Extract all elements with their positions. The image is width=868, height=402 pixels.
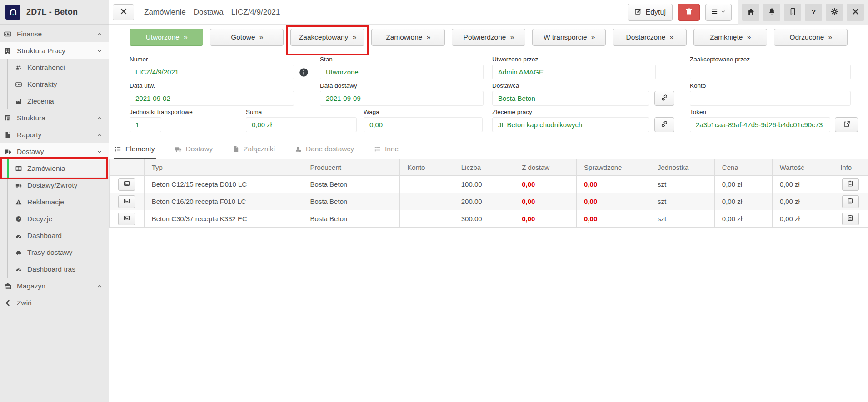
workflow-button-odrzucone[interactable]: Odrzucone» [774,29,848,46]
tab-inne[interactable]: Inne [373,141,399,159]
edit-button[interactable]: Edytuj [628,4,673,21]
sidebar-item-magazyn[interactable]: Magazyn [0,278,109,294]
field-dostawca-value[interactable]: Bosta Beton [492,91,649,106]
field-suma-label: Suma [246,109,357,115]
link-icon [661,94,668,103]
close-view-button[interactable] [113,4,134,20]
workflow-button-potwierdzone[interactable]: Potwierdzone» [452,29,525,46]
tab-dane-dostawcy[interactable]: Dane dostawcy [294,141,355,159]
tab-dostawy[interactable]: Dostawy [174,141,214,159]
sidebar-item-zwio[interactable]: Zwiń [0,294,109,311]
workflow-button-gotowe[interactable]: Gotowe» [210,29,284,46]
table-row[interactable]: Beton C30/37 recepta K332 ECBosta Beton3… [110,210,868,228]
delete-button[interactable] [678,4,700,21]
sidebar-item-trasy-dostawy[interactable]: Trasy dostawy [0,244,109,261]
content-empty-area [109,228,868,402]
sidebar-item-kontrakty[interactable]: Kontrakty [0,76,109,93]
sidebar-item-dostawy-zwroty[interactable]: Dostawy/Zwroty [0,177,109,194]
app-logo-icon[interactable] [5,5,20,20]
sidebar-item-struktura[interactable]: Struktura [0,109,109,126]
field-jednostki-label: Jednostki transportowe [130,109,161,115]
cell-image [110,193,145,210]
cell-liczba: 200.00 [454,193,514,210]
sidebar-item-decyzje[interactable]: ?Decyzje [0,210,109,227]
zlecenie-link-button[interactable] [654,117,674,132]
field-token-value[interactable]: 2a3b1caa-89af-47d5-9d26-b4dc01c90c73 [690,117,830,132]
sidebar-item-label: Decyzje [27,215,52,223]
row-image-button[interactable] [118,195,135,208]
token-open-button[interactable] [835,117,858,132]
field-zlecenie-value[interactable]: JL Beton kap chodnikowych [492,117,649,132]
field-numer-value[interactable]: LICZ/4/9/2021 [130,65,294,79]
table-row[interactable]: Beton C16/20 recepta F010 LCBosta Beton2… [110,193,868,210]
field-waga-value[interactable]: 0,00 [364,117,483,132]
field-data-utw-text: 2021-09-02 [135,94,170,102]
field-jednostki-value[interactable]: 1 [130,117,161,132]
sidebar-item-dostawy[interactable]: Dostawy [0,143,109,160]
field-zaakceptowane-przez-value[interactable] [690,65,851,79]
row-image-button[interactable] [118,213,135,225]
row-info-button[interactable] [842,178,859,191]
gear-tool-button[interactable] [826,4,843,21]
sidebar-item-dashboard[interactable]: Dashboard [0,227,109,244]
field-data-dostawy-value[interactable]: 2021-09-09 [320,91,484,106]
workflow-button-w-transporcie[interactable]: W transporcie» [532,29,606,46]
warehouse-icon [3,283,12,290]
chevron-up-icon [97,115,102,121]
sidebar-item-kontrahenci[interactable]: Kontrahenci [0,59,109,76]
row-info-button[interactable] [842,195,859,208]
sidebar-item-label: Zamówienia [27,164,65,173]
sidebar-item-label: Struktura [17,114,45,122]
row-image-button[interactable] [118,178,135,191]
sidebar-item-label: Dostawy/Zwroty [27,181,77,189]
tab-elementy[interactable]: Elementy [114,141,156,159]
field-konto-value[interactable] [690,91,851,106]
mobile-tool-button[interactable] [784,4,801,21]
dostawca-link-button[interactable] [654,91,674,106]
field-stan-value[interactable]: Utworzone [320,65,484,79]
close-tool-button[interactable] [847,4,864,21]
tab-label: Dane dostawcy [306,145,354,153]
column-header-producent: Producent [303,159,400,176]
field-zaakceptowane-przez: Zaakceptowane przez [690,56,851,79]
field-utworzone-przez-value[interactable]: Admin AMAGE [492,65,656,79]
list-icon [374,146,381,153]
close-icon [120,8,127,16]
workflow-button-zamkniete[interactable]: Zamknięte» [693,29,767,46]
workflow-button-zaakceptowany[interactable]: Zaakceptowany» [290,29,364,46]
sidebar-item-struktura-pracy[interactable]: Struktura Pracy [0,42,109,59]
row-info-button[interactable] [842,213,859,225]
table-row[interactable]: Beton C12/15 recepta D010 LCBosta Beton1… [110,176,868,193]
sidebar-item-reklamacje[interactable]: Reklamacje [0,194,109,210]
cell-sprawdzone: 0,00 [577,193,650,210]
breadcrumb-item-dostawa[interactable]: Dostawa [194,8,224,17]
users-icon [15,64,22,71]
field-data-utw-value[interactable]: 2021-09-02 [130,91,294,106]
workflow-button-dostarczone[interactable]: Dostarczone» [613,29,686,46]
sidebar-item-raporty[interactable]: Raporty [0,126,109,143]
breadcrumb-item-zamowienie[interactable]: Zamówienie [144,8,186,17]
sidebar-item-dashboard-tras[interactable]: Dashboard tras [0,261,109,278]
bell-tool-button[interactable] [763,4,780,21]
workflow-button-utworzone[interactable]: Utworzone» [130,29,203,46]
workflow-bar: Utworzone»Gotowe»Zaakceptowany»Zamówione… [109,25,868,50]
cell-producent: Bosta Beton [303,176,400,193]
sidebar-item-zlecenia[interactable]: Zlecenia [0,93,109,109]
sidebar-item-finanse[interactable]: Finanse [0,25,109,42]
image-icon [124,198,130,205]
sidebar-item-label: Kontrakty [27,80,57,89]
column-header-typ: Typ [144,159,303,176]
help-tool-button[interactable]: ? [805,4,822,21]
workflow-button-label: Zamówione [386,33,422,41]
tab-zalaczniki[interactable]: Załączniki [232,141,276,159]
field-suma-value[interactable]: 0,00 zł [246,117,357,132]
info-icon[interactable] [299,68,309,77]
home-tool-button[interactable] [742,4,759,21]
workflow-button-zamowione[interactable]: Zamówione» [371,29,445,46]
actions-menu-button[interactable] [705,4,732,21]
sidebar-item-zamowienia[interactable]: Zamówienia [0,160,109,177]
gauge-icon [15,266,22,273]
image-icon [124,180,130,188]
edit-button-label: Edytuj [646,8,666,16]
items-table: TypProducentKontoLiczbaZ dostawSprawdzon… [109,159,868,228]
